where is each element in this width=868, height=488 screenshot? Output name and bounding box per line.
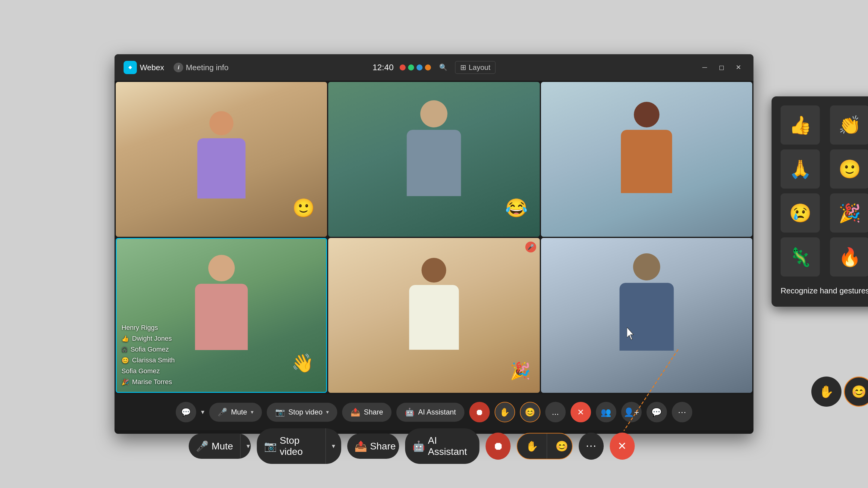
participant-emoji-2: 👍 [121,335,129,342]
dot-blue [416,64,423,70]
large-ai-left[interactable]: 🤖 AI Assistant [405,428,479,464]
large-record-button[interactable]: ⏺ [486,432,510,460]
participants-button[interactable]: 👥 [596,402,616,422]
more-options-button[interactable]: ... [545,402,566,422]
emoji-clap[interactable]: 👏 [830,105,868,144]
large-mute-icon: 🎤 [196,440,209,452]
video-person-3 [541,82,752,237]
large-share-button[interactable]: 📤 Share [347,433,399,459]
hand-icon-small: ✋ [499,407,510,417]
webex-logo: Webex [124,61,164,74]
large-end-call-icon: ✕ [618,440,627,452]
layout-button[interactable]: ⊞ Layout [455,61,495,74]
large-ai-icon: 🤖 [412,440,425,452]
float-emoji-button[interactable]: 😊 [844,377,868,407]
mute-button[interactable]: 🎤 Mute ▾ [209,403,261,422]
large-more-icon: ⋯ [586,440,596,452]
torso-6 [619,283,674,351]
participant-name-6: Marise Torres [132,378,172,386]
emoji-thumbs-up[interactable]: 👍 [781,105,820,144]
large-ai-label: AI Assistant [428,435,472,457]
emoji-icon-small: 😊 [525,407,535,417]
add-participant-button[interactable]: 👤+ [621,402,642,422]
avatar-3 [634,102,659,127]
video-person-1 [116,82,327,237]
participant-name-2: Dwight Jones [132,335,172,343]
search-icon[interactable]: 🔍 [437,61,449,73]
large-share-left[interactable]: 📤 Share [347,433,399,459]
participant-overlay: Henry Riggs 👍 Dwight Jones 🎧 Sofia Gomez… [121,324,175,386]
title-bar-controls: ─ ◻ ✕ [699,61,744,73]
video-cell-2: 😂 [328,82,539,237]
meeting-info-label: Meeting info [186,63,228,72]
emoji-smile[interactable]: 🙂 [830,150,868,189]
large-hand-icon[interactable]: ✋ [517,433,547,459]
large-share-icon: 📤 [354,440,367,452]
stop-video-button[interactable]: 📷 Stop video ▾ [267,403,337,422]
participant-name-4: Clarissa Smith [132,356,175,364]
participant-emoji-6: 🎉 [121,378,129,386]
record-button[interactable]: ⏺ [469,402,490,422]
large-record-icon: ⏺ [493,440,504,452]
share-button[interactable]: 📤 Share [342,403,392,422]
maximize-button[interactable]: ◻ [715,61,727,73]
person-silhouette-3 [578,97,715,237]
emoji-pray[interactable]: 🙏 [781,150,820,189]
emoji-fire[interactable]: 🔥 [830,237,868,276]
emoji-chameleon[interactable]: 🦎 [781,237,820,276]
mute-chevron[interactable]: ▾ [251,409,253,415]
hand-emoji-button[interactable]: ✋ [495,402,515,422]
muted-icon-5: 🎤 [525,241,536,253]
torso-2 [407,130,461,196]
title-bar: Webex i Meeting info 12:40 🔍 [115,54,753,81]
participant-name-1: Henry Riggs [121,324,158,332]
video-person-6 [541,238,752,393]
float-hand-button[interactable]: ✋ [811,377,841,407]
stop-video-label: Stop video [288,408,322,416]
large-hand-emoji-combined[interactable]: ✋ 😊 [517,433,572,459]
participant-row-2: 👍 Dwight Jones [121,335,175,343]
participant-name-3: Sofia Gomez [130,346,169,353]
title-bar-center: 12:40 🔍 ⊞ Layout [373,61,495,74]
end-call-icon: ✕ [577,407,584,417]
large-video-button[interactable]: 📷 Stop video ▾ [257,428,341,464]
large-video-chevron[interactable]: ▾ [326,435,341,457]
layout-label: Layout [469,63,490,72]
large-ai-button[interactable]: 🤖 AI Assistant [405,428,479,464]
large-video-icon: 📷 [264,440,277,452]
info-icon: i [174,63,183,72]
minimize-button[interactable]: ─ [699,61,711,73]
large-end-call-button[interactable]: ✕ [610,432,635,460]
ai-assistant-button[interactable]: 🤖 AI Assistant [396,403,464,422]
share-label: Share [364,408,383,416]
large-mute-chevron[interactable]: ▾ [241,435,251,457]
emoji-confetti[interactable]: 🎉 [830,193,868,233]
person-silhouette-6 [572,250,721,393]
time-display: 12:40 [373,63,394,72]
share-icon: 📤 [350,408,360,417]
large-video-left[interactable]: 📷 Stop video [257,428,326,464]
overflow-button[interactable]: ⋯ [672,402,692,422]
close-button[interactable]: ✕ [733,61,744,73]
video-chevron[interactable]: ▾ [326,409,329,415]
gesture-label: Recognize hand gestures [781,286,868,295]
large-mute-left[interactable]: 🎤 Mute [189,433,241,459]
torso-4 [195,284,248,350]
video-cell-1: 🙂 [116,82,327,237]
emoji-sad[interactable]: 😢 [781,193,820,233]
emoji-panel: 👍 👏 🙌 👎 🙏 🙂 😂 😮 😢 🎉 ❤️ 🏃 🦎 🔥 Reco [772,96,868,307]
title-bar-left: Webex i Meeting info [124,61,232,74]
large-mute-button[interactable]: 🎤 Mute ▾ [189,433,251,459]
chat-button[interactable]: 💬 [647,402,667,422]
message-chevron[interactable]: ▾ [201,408,204,416]
end-call-button[interactable]: ✕ [570,402,591,422]
large-more-button[interactable]: ⋯ [579,432,604,460]
participant-row-6: 🎉 Marise Torres [121,378,175,386]
message-toggle-button[interactable]: 💬 [176,402,196,422]
meeting-info-button[interactable]: i Meeting info [170,61,232,74]
person-silhouette-5 [360,253,508,393]
large-emoji-icon[interactable]: 😊 [547,433,572,459]
person-silhouette-1 [158,105,285,237]
emoji-button[interactable]: 😊 [520,402,540,422]
video-icon: 📷 [275,408,285,417]
